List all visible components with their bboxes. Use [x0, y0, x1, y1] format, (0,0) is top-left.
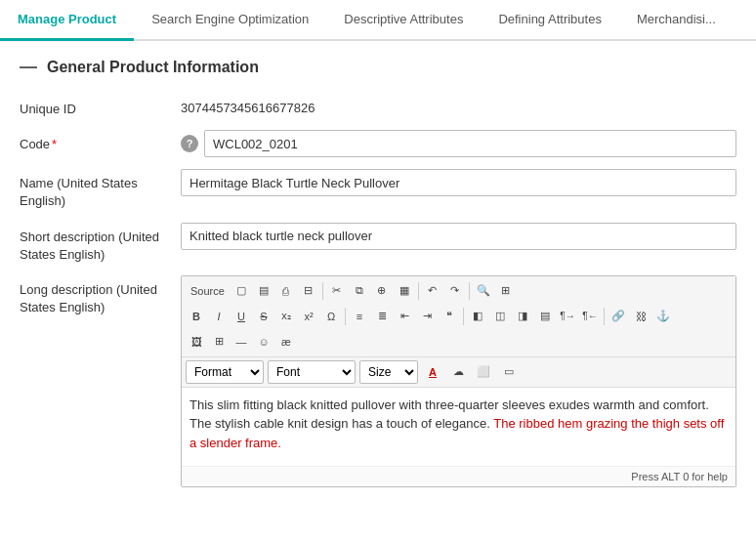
superscript-button[interactable]: x² [298, 306, 319, 327]
short-desc-row: Short description (United States English… [20, 223, 736, 264]
redo-button[interactable]: ↷ [444, 280, 466, 302]
copy-button[interactable]: ⧉ [349, 280, 370, 302]
special-ae-button[interactable]: æ [275, 331, 297, 353]
format-select[interactable]: Format Paragraph Heading 1 Heading 2 [186, 360, 264, 384]
section-header: — General Product Information [20, 57, 736, 77]
cut-button[interactable]: ✂ [326, 280, 348, 302]
name-row: Name (United States English) [20, 169, 736, 210]
dir-rtl-button[interactable]: ¶← [579, 306, 601, 327]
special-char-button[interactable]: Ω [320, 306, 342, 327]
help-icon[interactable]: ? [181, 135, 198, 152]
align-justify-button[interactable]: ▤ [534, 306, 556, 327]
code-input[interactable] [204, 130, 736, 157]
long-desc-label: Long description (United States English) [20, 275, 181, 316]
dir-ltr-button[interactable]: ¶→ [557, 306, 578, 327]
unlink-button[interactable]: ⛓ [630, 306, 651, 327]
subscript-button[interactable]: x₂ [275, 306, 297, 327]
separator [322, 282, 323, 300]
print-button[interactable]: ⎙ [275, 280, 297, 302]
new-page-button[interactable]: ▢ [231, 280, 252, 302]
name-input[interactable] [181, 169, 736, 196]
tab-defining-attributes[interactable]: Defining Attributes [481, 0, 619, 41]
hr-button[interactable]: — [231, 331, 252, 353]
tab-bar: Manage Product Search Engine Optimizatio… [0, 0, 756, 41]
select-all-button[interactable]: ⊞ [495, 280, 517, 302]
toolbar-row1: Source ▢ ▤ ⎙ ⊟ ✂ ⧉ ⊕ ▦ ↶ ↷ 🔍 [182, 276, 735, 357]
align-left-button[interactable]: ◧ [467, 306, 488, 327]
separator [345, 308, 346, 325]
unique-id-label: Unique ID [20, 95, 181, 118]
separator [463, 308, 464, 325]
main-content: — General Product Information Unique ID … [0, 41, 756, 515]
short-desc-field-wrap [181, 223, 736, 250]
rte-wrap: Source ▢ ▤ ⎙ ⊟ ✂ ⧉ ⊕ ▦ ↶ ↷ 🔍 [181, 275, 736, 487]
code-label: Code* [20, 130, 181, 153]
separator [469, 282, 470, 300]
tab-seo[interactable]: Search Engine Optimization [134, 0, 326, 41]
tab-descriptive-attributes[interactable]: Descriptive Attributes [326, 0, 481, 41]
section-title: General Product Information [47, 59, 259, 76]
image-button[interactable]: 🖼 [186, 331, 207, 353]
anchor-button[interactable]: ⚓ [652, 306, 674, 327]
show-blocks-button[interactable]: ▭ [498, 361, 520, 383]
long-desc-row: Long description (United States English)… [20, 275, 736, 487]
font-color-button[interactable]: A [422, 361, 443, 383]
link-button[interactable]: 🔗 [608, 306, 629, 327]
find-button[interactable]: 🔍 [473, 280, 494, 302]
separator [604, 308, 605, 325]
collapse-button[interactable]: — [20, 57, 37, 77]
paste-button[interactable]: ⊕ [371, 280, 393, 302]
toolbar-dropdowns: Format Paragraph Heading 1 Heading 2 Fon… [182, 357, 735, 388]
indent-button[interactable]: ⇥ [416, 306, 438, 327]
code-row: Code* ? [20, 130, 736, 157]
paste-text-button[interactable]: ▦ [394, 280, 415, 302]
size-select[interactable]: Size 8px 10px 12px [359, 360, 418, 384]
table-button[interactable]: ⊞ [208, 331, 230, 353]
outdent-button[interactable]: ⇤ [394, 306, 415, 327]
blockquote-button[interactable]: ❝ [439, 306, 460, 327]
tab-manage-product[interactable]: Manage Product [0, 0, 134, 41]
olist-button[interactable]: ≡ [349, 306, 370, 327]
code-required: * [52, 137, 57, 151]
separator [418, 282, 419, 300]
maximize-button[interactable]: ⬜ [473, 361, 494, 383]
font-select[interactable]: Font Arial Times New Roman [268, 360, 356, 384]
rte-content-area[interactable]: This slim fitting black knitted pullover… [182, 388, 735, 466]
ulist-button[interactable]: ≣ [371, 306, 393, 327]
name-label: Name (United States English) [20, 169, 181, 210]
short-desc-label: Short description (United States English… [20, 223, 181, 264]
tab-merchandising[interactable]: Merchandisi... [619, 0, 734, 41]
code-field-wrap: ? [181, 130, 736, 157]
unique-id-row: Unique ID 3074457345616677826 [20, 95, 736, 118]
name-field-wrap [181, 169, 736, 196]
rich-text-editor: Source ▢ ▤ ⎙ ⊟ ✂ ⧉ ⊕ ▦ ↶ ↷ 🔍 [181, 275, 736, 487]
short-desc-input[interactable] [181, 223, 736, 250]
align-right-button[interactable]: ◨ [512, 306, 533, 327]
smiley-button[interactable]: ☺ [253, 331, 274, 353]
rte-hint: Press ALT 0 for help [631, 471, 728, 482]
bold-button[interactable]: B [186, 306, 207, 327]
unique-id-value: 3074457345616677826 [181, 95, 315, 115]
source-button[interactable]: Source [186, 280, 230, 302]
rte-footer: Press ALT 0 for help [182, 466, 735, 486]
preview-button[interactable]: ▤ [253, 280, 274, 302]
align-center-button[interactable]: ◫ [489, 306, 511, 327]
italic-button[interactable]: I [208, 306, 230, 327]
underline-button[interactable]: U [231, 306, 252, 327]
template-button[interactable]: ⊟ [298, 280, 319, 302]
undo-button[interactable]: ↶ [422, 280, 443, 302]
bg-color-button[interactable]: ☁ [447, 361, 469, 383]
strike-button[interactable]: S [253, 306, 274, 327]
